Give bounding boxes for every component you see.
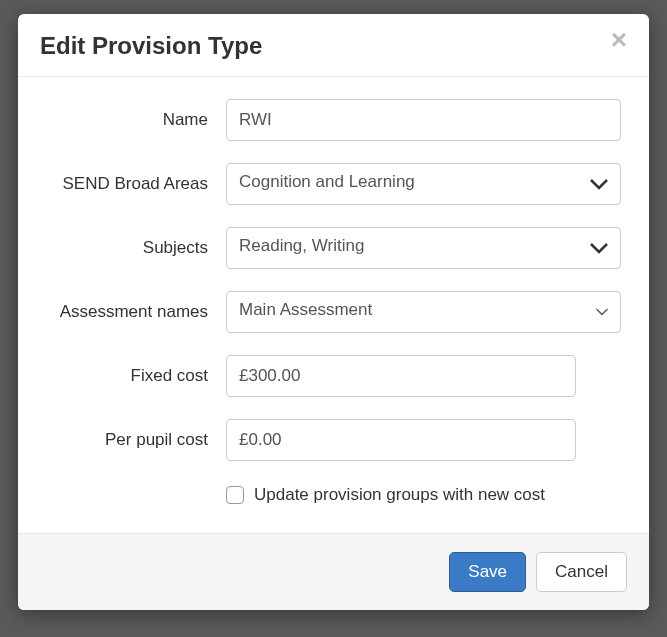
fixed-cost-label: Fixed cost [46,366,226,386]
broad-areas-label: SEND Broad Areas [46,174,226,194]
row-name: Name [46,99,621,141]
row-per-pupil: Per pupil cost [46,419,621,461]
edit-provision-modal: Edit Provision Type × Name SEND Broad Ar… [18,14,649,610]
save-button[interactable]: Save [449,552,526,592]
row-fixed-cost: Fixed cost [46,355,621,397]
update-groups-label: Update provision groups with new cost [254,485,545,505]
name-input[interactable] [226,99,621,141]
update-groups-checkbox[interactable] [226,486,244,504]
row-update-groups: Update provision groups with new cost [226,483,621,505]
modal-header: Edit Provision Type × [18,14,649,77]
subjects-select[interactable]: Reading, Writing [226,227,621,269]
modal-footer: Save Cancel [18,533,649,610]
per-pupil-input[interactable] [226,419,576,461]
close-icon[interactable]: × [611,32,627,49]
modal-title: Edit Provision Type [40,32,262,60]
row-broad-areas: SEND Broad Areas Cognition and Learning [46,163,621,205]
assessment-select[interactable]: Main Assessment [226,291,621,333]
assessment-value: Main Assessment [239,300,372,319]
row-assessment: Assessment names Main Assessment [46,291,621,333]
subjects-value: Reading, Writing [239,236,364,255]
broad-areas-value: Cognition and Learning [239,172,415,191]
subjects-label: Subjects [46,238,226,258]
name-label: Name [46,110,226,130]
assessment-label: Assessment names [46,302,226,322]
per-pupil-label: Per pupil cost [46,430,226,450]
broad-areas-select[interactable]: Cognition and Learning [226,163,621,205]
modal-body: Name SEND Broad Areas Cognition and Lear… [18,77,649,533]
fixed-cost-input[interactable] [226,355,576,397]
cancel-button[interactable]: Cancel [536,552,627,592]
row-subjects: Subjects Reading, Writing [46,227,621,269]
